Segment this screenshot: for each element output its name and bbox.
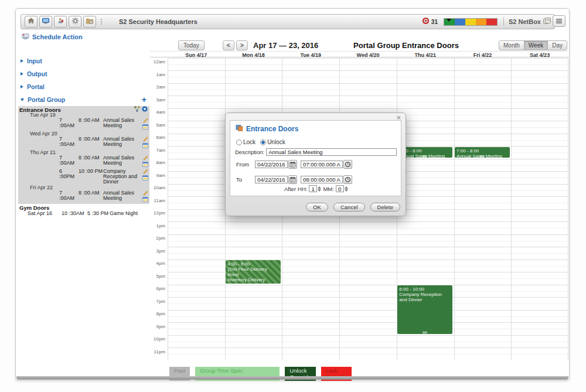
schedule-icon <box>86 16 94 27</box>
mm-input[interactable] <box>336 185 344 192</box>
schedule-group: Gym DoorsSat Apr 1610 :30AM5 :30 PMGame … <box>18 204 149 217</box>
pencil-icon[interactable] <box>143 190 148 197</box>
cancel-button[interactable]: Cancel <box>333 203 365 212</box>
prev-week-button[interactable]: < <box>223 40 234 50</box>
sidebar-section-portal[interactable]: Portal <box>18 80 149 93</box>
stepper-arrows-icon[interactable] <box>318 186 321 192</box>
calendar-small-icon[interactable] <box>142 162 148 168</box>
pencil-icon[interactable] <box>143 118 148 124</box>
schedule-group: Entrance DoorsTue Apr 197 :00AM8 :00 AMA… <box>18 106 149 204</box>
calendar-small-icon[interactable] <box>142 197 148 203</box>
resize-handle-icon[interactable] <box>480 155 485 157</box>
hour-label: 10pm <box>150 336 165 342</box>
today-button[interactable]: Today <box>178 40 205 50</box>
schedule-entry[interactable]: Sat Apr 1610 :30AM5 :30 PMGame Night <box>18 210 149 217</box>
day-column[interactable] <box>168 58 225 360</box>
person-location-icon <box>57 16 64 27</box>
gear-circle-icon[interactable] <box>142 106 148 113</box>
next-week-button[interactable]: > <box>236 40 248 50</box>
menu-list-button[interactable] <box>553 15 565 27</box>
calendar-small-icon[interactable] <box>142 143 148 149</box>
entry-start-time: 7 :00AM <box>59 118 79 128</box>
entry-start-time: 10 :30AM <box>62 210 87 216</box>
entry-end-time: 8 :00 AM <box>79 155 103 161</box>
hh-input[interactable] <box>309 185 317 192</box>
pencil-icon[interactable] <box>143 137 148 143</box>
sidebar-section-output[interactable]: Output <box>18 67 149 80</box>
schedule-entry[interactable]: Fri Apr 227 :00AM8 :00 AMAnnual Sales Me… <box>18 185 149 204</box>
hour-label: 1am <box>150 72 165 77</box>
schedule-entry[interactable]: 6 :00PM10 :00 PMCompany Reception and Di… <box>18 169 149 185</box>
description-input[interactable] <box>266 148 397 156</box>
calendar-icon <box>289 161 296 168</box>
lock-radio[interactable]: Lock <box>236 139 255 145</box>
view-switcher: MonthWeekDay <box>499 40 567 50</box>
calendar-small-icon[interactable] <box>142 175 148 182</box>
day-header: Sun 4/17 <box>168 52 225 58</box>
facility-title: S2 Security Headquarters <box>119 18 197 25</box>
day-column[interactable] <box>454 58 512 360</box>
from-time-input[interactable] <box>301 161 343 168</box>
alarm-icon[interactable] <box>422 16 430 27</box>
monitor-button[interactable] <box>39 16 52 28</box>
to-date-input[interactable] <box>255 176 288 183</box>
to-time-button[interactable] <box>343 175 352 184</box>
entry-end-time: 8 :00 AM <box>79 118 103 123</box>
hh-stepper[interactable] <box>309 185 321 192</box>
entry-end-time: 5 :30 PM <box>87 210 110 216</box>
delete-button[interactable]: Delete <box>370 203 400 212</box>
schedule-button[interactable] <box>83 16 96 28</box>
stepper-arrows-icon[interactable] <box>345 186 348 192</box>
hour-label: 8pm <box>150 311 165 316</box>
hour-label: 5pm <box>150 274 165 279</box>
graph-icon[interactable] <box>134 106 140 113</box>
resize-handle-icon[interactable] <box>423 155 427 157</box>
calendar-header: Today < > Apr 17 — 23, 2016 Portal Group… <box>150 39 568 51</box>
alarm-count: 31 <box>431 19 438 25</box>
lock-radio-label: Lock <box>243 139 255 145</box>
calendar-small-icon[interactable] <box>142 124 148 131</box>
sidebar-section-input[interactable]: Input <box>18 54 149 67</box>
from-calendar-button[interactable] <box>288 160 297 169</box>
sidebar-section-portal-group[interactable]: Portal Group+ <box>18 93 149 106</box>
day-header: Mon 4/18 <box>225 52 282 58</box>
pencil-icon[interactable] <box>143 169 148 175</box>
view-day-button[interactable]: Day <box>547 40 567 50</box>
person-location-button[interactable] <box>54 16 67 28</box>
pencil-icon[interactable] <box>143 155 148 162</box>
hour-label: 7pm <box>150 299 165 304</box>
from-time-button[interactable] <box>343 160 352 169</box>
entry-end-time: 8 :00 AM <box>79 137 103 142</box>
to-time-input[interactable] <box>301 176 343 183</box>
hour-label: 6pm <box>150 286 165 291</box>
calendar-event[interactable]: 6:00 - 10:00Company Reception and Dinner <box>397 285 452 334</box>
section-label: Portal <box>27 83 45 90</box>
view-month-button[interactable]: Month <box>499 40 524 50</box>
day-column[interactable] <box>511 58 568 360</box>
from-date-input[interactable] <box>255 161 288 168</box>
calendar-event[interactable]: 7:00 - 8:00Annual Sales Meeting <box>455 147 510 158</box>
calendar-event[interactable]: 4:00 - 6:00(2nd Floor Delivery Area)Inve… <box>226 260 281 284</box>
group-name: Gym Doors <box>19 204 49 211</box>
ok-button[interactable]: OK <box>306 203 328 212</box>
home-button[interactable] <box>25 16 38 28</box>
unlock-radio[interactable]: Unlock <box>260 139 285 145</box>
schedule-entry[interactable]: Tue Apr 197 :00AM8 :00 AMAnnual Sales Me… <box>18 113 149 131</box>
entry-description: Game Night <box>110 210 138 216</box>
radio-checked-icon <box>260 139 266 145</box>
view-week-button[interactable]: Week <box>524 40 548 50</box>
hour-label: 11pm <box>150 349 165 354</box>
group-header[interactable]: Gym Doors <box>18 204 149 210</box>
overflow-dots-icon[interactable] <box>100 19 103 25</box>
add-group-button[interactable]: + <box>142 97 149 103</box>
schedule-entry[interactable]: Thu Apr 217 :00AM8 :00 AMAnnual Sales Me… <box>18 150 149 169</box>
entry-end-time: 8 :00 AM <box>79 190 103 196</box>
to-calendar-button[interactable] <box>288 175 297 184</box>
hour-label: 11am <box>150 198 165 203</box>
mm-stepper[interactable] <box>336 185 348 192</box>
resize-handle-icon[interactable] <box>423 332 427 333</box>
schedule-entry[interactable]: Wed Apr 207 :00AM8 :00 AMAnnual Sales Me… <box>18 131 149 150</box>
radio-unchecked-icon <box>236 139 242 145</box>
hour-label: 6am <box>150 135 165 140</box>
gear-button[interactable] <box>69 16 81 28</box>
